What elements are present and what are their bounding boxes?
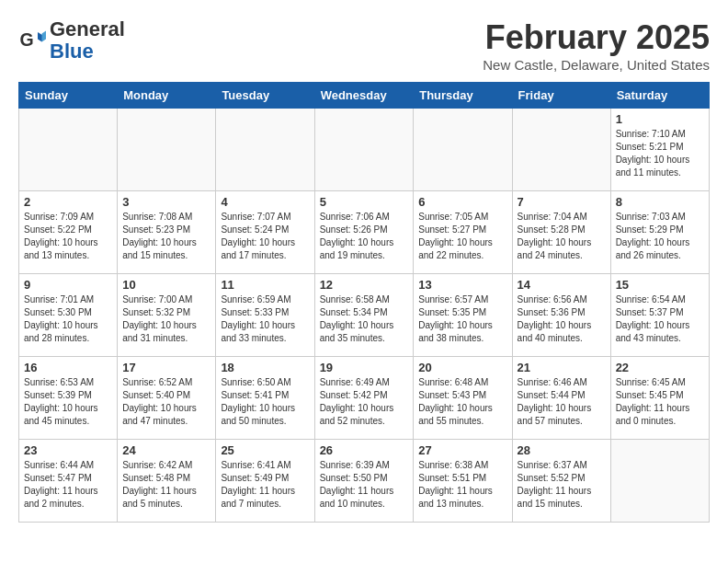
calendar: SundayMondayTuesdayWednesdayThursdayFrid… bbox=[18, 82, 710, 523]
day-number: 22 bbox=[616, 361, 704, 374]
page-header: G General Blue February 2025 New Castle,… bbox=[18, 18, 710, 73]
day-info: Sunrise: 7:03 AM Sunset: 5:29 PM Dayligh… bbox=[616, 211, 704, 262]
day-info: Sunrise: 6:44 AM Sunset: 5:47 PM Dayligh… bbox=[24, 459, 112, 511]
day-cell bbox=[216, 109, 314, 191]
day-cell: 1Sunrise: 7:10 AM Sunset: 5:21 PM Daylig… bbox=[610, 109, 709, 191]
svg-text:G: G bbox=[20, 29, 34, 50]
day-cell: 21Sunrise: 6:46 AM Sunset: 5:44 PM Dayli… bbox=[512, 357, 610, 440]
weekday-header-wednesday: Wednesday bbox=[314, 83, 414, 109]
weekday-header-saturday: Saturday bbox=[610, 83, 709, 109]
day-cell: 16Sunrise: 6:53 AM Sunset: 5:39 PM Dayli… bbox=[19, 357, 118, 440]
day-number: 23 bbox=[24, 443, 112, 457]
weekday-header-friday: Friday bbox=[512, 83, 610, 109]
day-number: 28 bbox=[518, 443, 606, 457]
day-number: 19 bbox=[320, 361, 409, 374]
logo-line1: General bbox=[50, 18, 125, 40]
day-cell bbox=[610, 440, 709, 523]
day-info: Sunrise: 6:39 AM Sunset: 5:50 PM Dayligh… bbox=[320, 459, 409, 511]
weekday-header-monday: Monday bbox=[118, 83, 216, 109]
day-cell: 24Sunrise: 6:42 AM Sunset: 5:48 PM Dayli… bbox=[118, 440, 216, 523]
week-row-2: 2Sunrise: 7:09 AM Sunset: 5:22 PM Daylig… bbox=[19, 191, 710, 274]
day-number: 2 bbox=[24, 195, 112, 209]
day-cell: 9Sunrise: 7:01 AM Sunset: 5:30 PM Daylig… bbox=[19, 274, 118, 357]
week-row-1: 1Sunrise: 7:10 AM Sunset: 5:21 PM Daylig… bbox=[19, 109, 710, 191]
day-info: Sunrise: 6:46 AM Sunset: 5:44 PM Dayligh… bbox=[518, 376, 606, 428]
day-number: 13 bbox=[418, 278, 506, 292]
day-cell: 12Sunrise: 6:58 AM Sunset: 5:34 PM Dayli… bbox=[314, 274, 414, 357]
day-cell: 11Sunrise: 6:59 AM Sunset: 5:33 PM Dayli… bbox=[216, 274, 314, 357]
day-info: Sunrise: 6:53 AM Sunset: 5:39 PM Dayligh… bbox=[24, 376, 112, 428]
day-cell: 25Sunrise: 6:41 AM Sunset: 5:49 PM Dayli… bbox=[216, 440, 314, 523]
day-cell: 22Sunrise: 6:45 AM Sunset: 5:45 PM Dayli… bbox=[610, 357, 709, 440]
day-cell: 3Sunrise: 7:08 AM Sunset: 5:23 PM Daylig… bbox=[118, 191, 216, 274]
title-block: February 2025 New Castle, Delaware, Unit… bbox=[483, 18, 710, 73]
day-cell: 27Sunrise: 6:38 AM Sunset: 5:51 PM Dayli… bbox=[414, 440, 512, 523]
day-info: Sunrise: 7:00 AM Sunset: 5:32 PM Dayligh… bbox=[122, 293, 210, 345]
day-cell bbox=[118, 109, 216, 191]
day-number: 8 bbox=[616, 195, 704, 209]
weekday-header-sunday: Sunday bbox=[19, 83, 118, 109]
weekday-header-thursday: Thursday bbox=[414, 83, 512, 109]
day-number: 24 bbox=[122, 443, 210, 457]
day-number: 18 bbox=[221, 361, 309, 374]
day-info: Sunrise: 7:05 AM Sunset: 5:27 PM Dayligh… bbox=[418, 211, 506, 262]
logo-icon: G bbox=[18, 27, 46, 54]
day-cell: 8Sunrise: 7:03 AM Sunset: 5:29 PM Daylig… bbox=[610, 191, 709, 274]
day-number: 15 bbox=[616, 278, 704, 292]
day-number: 16 bbox=[24, 361, 112, 374]
day-info: Sunrise: 7:06 AM Sunset: 5:26 PM Dayligh… bbox=[320, 211, 409, 262]
day-info: Sunrise: 7:01 AM Sunset: 5:30 PM Dayligh… bbox=[24, 293, 112, 345]
svg-marker-2 bbox=[42, 31, 47, 42]
day-info: Sunrise: 6:50 AM Sunset: 5:41 PM Dayligh… bbox=[221, 376, 309, 428]
day-number: 21 bbox=[518, 361, 606, 374]
day-cell: 19Sunrise: 6:49 AM Sunset: 5:42 PM Dayli… bbox=[314, 357, 414, 440]
day-cell bbox=[414, 109, 512, 191]
day-number: 9 bbox=[24, 278, 112, 292]
day-info: Sunrise: 6:41 AM Sunset: 5:49 PM Dayligh… bbox=[221, 459, 309, 511]
day-info: Sunrise: 6:54 AM Sunset: 5:37 PM Dayligh… bbox=[616, 293, 704, 345]
day-number: 14 bbox=[518, 278, 606, 292]
day-cell: 28Sunrise: 6:37 AM Sunset: 5:52 PM Dayli… bbox=[512, 440, 610, 523]
logo: G General Blue bbox=[18, 18, 125, 63]
day-cell: 14Sunrise: 6:56 AM Sunset: 5:36 PM Dayli… bbox=[512, 274, 610, 357]
day-cell: 10Sunrise: 7:00 AM Sunset: 5:32 PM Dayli… bbox=[118, 274, 216, 357]
day-number: 1 bbox=[616, 112, 704, 126]
day-info: Sunrise: 6:38 AM Sunset: 5:51 PM Dayligh… bbox=[418, 459, 506, 511]
day-number: 5 bbox=[320, 195, 409, 209]
day-number: 4 bbox=[221, 195, 309, 209]
day-cell bbox=[512, 109, 610, 191]
day-cell bbox=[19, 109, 118, 191]
day-info: Sunrise: 6:45 AM Sunset: 5:45 PM Dayligh… bbox=[616, 376, 704, 428]
day-cell: 18Sunrise: 6:50 AM Sunset: 5:41 PM Dayli… bbox=[216, 357, 314, 440]
day-number: 27 bbox=[418, 443, 506, 457]
day-number: 3 bbox=[122, 195, 210, 209]
day-info: Sunrise: 6:58 AM Sunset: 5:34 PM Dayligh… bbox=[320, 293, 409, 345]
day-number: 20 bbox=[418, 361, 506, 374]
day-info: Sunrise: 7:09 AM Sunset: 5:22 PM Dayligh… bbox=[24, 211, 112, 262]
day-cell: 6Sunrise: 7:05 AM Sunset: 5:27 PM Daylig… bbox=[414, 191, 512, 274]
day-cell: 5Sunrise: 7:06 AM Sunset: 5:26 PM Daylig… bbox=[314, 191, 414, 274]
day-cell bbox=[314, 109, 414, 191]
day-info: Sunrise: 7:08 AM Sunset: 5:23 PM Dayligh… bbox=[122, 211, 210, 262]
day-info: Sunrise: 7:10 AM Sunset: 5:21 PM Dayligh… bbox=[616, 128, 704, 179]
day-info: Sunrise: 6:37 AM Sunset: 5:52 PM Dayligh… bbox=[518, 459, 606, 511]
day-cell: 15Sunrise: 6:54 AM Sunset: 5:37 PM Dayli… bbox=[610, 274, 709, 357]
day-cell: 4Sunrise: 7:07 AM Sunset: 5:24 PM Daylig… bbox=[216, 191, 314, 274]
day-info: Sunrise: 6:42 AM Sunset: 5:48 PM Dayligh… bbox=[122, 459, 210, 511]
day-info: Sunrise: 6:56 AM Sunset: 5:36 PM Dayligh… bbox=[518, 293, 606, 345]
day-info: Sunrise: 6:59 AM Sunset: 5:33 PM Dayligh… bbox=[221, 293, 309, 345]
week-row-4: 16Sunrise: 6:53 AM Sunset: 5:39 PM Dayli… bbox=[19, 357, 710, 440]
day-info: Sunrise: 6:52 AM Sunset: 5:40 PM Dayligh… bbox=[122, 376, 210, 428]
day-cell: 2Sunrise: 7:09 AM Sunset: 5:22 PM Daylig… bbox=[19, 191, 118, 274]
day-number: 17 bbox=[122, 361, 210, 374]
day-cell: 20Sunrise: 6:48 AM Sunset: 5:43 PM Dayli… bbox=[414, 357, 512, 440]
day-number: 12 bbox=[320, 278, 409, 292]
day-number: 26 bbox=[320, 443, 409, 457]
day-info: Sunrise: 6:57 AM Sunset: 5:35 PM Dayligh… bbox=[418, 293, 506, 345]
weekday-header-row: SundayMondayTuesdayWednesdayThursdayFrid… bbox=[19, 83, 710, 109]
day-cell: 26Sunrise: 6:39 AM Sunset: 5:50 PM Dayli… bbox=[314, 440, 414, 523]
day-cell: 17Sunrise: 6:52 AM Sunset: 5:40 PM Dayli… bbox=[118, 357, 216, 440]
logo-line2: Blue bbox=[50, 40, 125, 63]
day-cell: 23Sunrise: 6:44 AM Sunset: 5:47 PM Dayli… bbox=[19, 440, 118, 523]
weekday-header-tuesday: Tuesday bbox=[216, 83, 314, 109]
